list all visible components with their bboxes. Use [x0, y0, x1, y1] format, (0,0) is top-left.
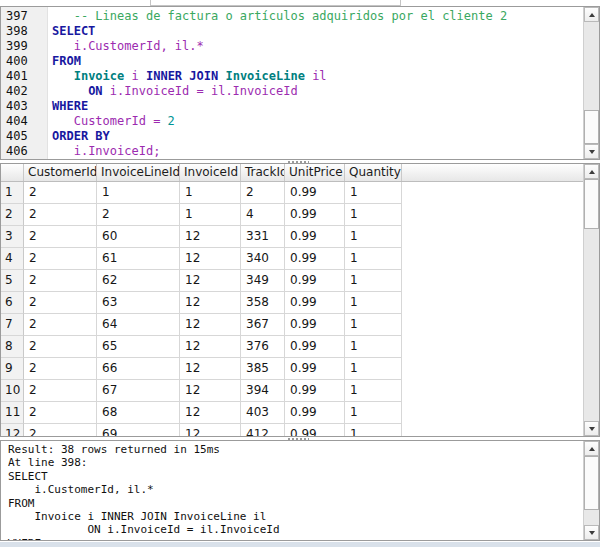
code-line[interactable]: 401 Invoice i INNER JOIN InvoiceLine il — [1, 69, 582, 84]
table-cell[interactable]: 358 — [241, 292, 285, 314]
table-cell[interactable]: 1 — [345, 270, 402, 292]
table-cell[interactable]: 376 — [241, 336, 285, 358]
scroll-up-button[interactable] — [584, 7, 599, 22]
scroll-up-button[interactable] — [584, 164, 599, 179]
table-cell[interactable]: 1 — [345, 358, 402, 380]
table-row[interactable]: 222140.991 — [1, 204, 583, 226]
table-cell[interactable]: 4 — [241, 204, 285, 226]
table-cell[interactable]: 412 — [241, 424, 285, 436]
table-row[interactable]: 121120.991 — [1, 182, 583, 204]
table-cell[interactable]: 2 — [24, 424, 97, 436]
column-header-quantity[interactable]: Quantity — [345, 164, 402, 181]
table-cell[interactable]: 2 — [24, 182, 97, 204]
table-cell[interactable]: 331 — [241, 226, 285, 248]
table-row[interactable]: 9266123850.991 — [1, 358, 583, 380]
table-cell[interactable]: 69 — [97, 424, 180, 436]
table-cell[interactable]: 0.99 — [285, 424, 345, 436]
table-cell[interactable]: 1 — [180, 182, 241, 204]
table-cell[interactable]: 1 — [345, 226, 402, 248]
scroll-down-button[interactable] — [584, 144, 599, 159]
table-cell[interactable]: 1 — [345, 182, 402, 204]
table-cell[interactable]: 0.99 — [285, 380, 345, 402]
table-cell[interactable]: 1 — [345, 424, 402, 436]
table-cell[interactable]: 1 — [97, 182, 180, 204]
table-cell[interactable]: 12 — [180, 358, 241, 380]
table-cell[interactable]: 1 — [345, 402, 402, 424]
table-cell[interactable]: 0.99 — [285, 270, 345, 292]
code-line[interactable]: 397 -- Lineas de factura o artículos adq… — [1, 9, 582, 24]
table-cell[interactable]: 1 — [180, 204, 241, 226]
table-cell[interactable]: 403 — [241, 402, 285, 424]
table-cell[interactable]: 1 — [345, 380, 402, 402]
table-cell[interactable]: 2 — [24, 314, 97, 336]
table-cell[interactable]: 0.99 — [285, 402, 345, 424]
code-line[interactable]: 404 CustomerId = 2 — [1, 114, 582, 129]
table-row[interactable]: 10267123940.991 — [1, 380, 583, 402]
table-cell[interactable]: 64 — [97, 314, 180, 336]
table-cell[interactable]: 0.99 — [285, 314, 345, 336]
table-cell[interactable]: 68 — [97, 402, 180, 424]
table-cell[interactable]: 0.99 — [285, 226, 345, 248]
editor-vscrollbar[interactable] — [583, 7, 599, 159]
table-cell[interactable]: 12 — [180, 380, 241, 402]
table-cell[interactable]: 60 — [97, 226, 180, 248]
table-cell[interactable]: 367 — [241, 314, 285, 336]
code-line[interactable]: 400FROM — [1, 54, 582, 69]
code-line[interactable]: 398SELECT — [1, 24, 582, 39]
scroll-thumb[interactable] — [584, 110, 599, 144]
table-cell[interactable]: 0.99 — [285, 336, 345, 358]
code-line[interactable]: 406 i.InvoiceId; — [1, 144, 582, 159]
table-row[interactable]: 6263123580.991 — [1, 292, 583, 314]
table-cell[interactable]: 2 — [24, 402, 97, 424]
scroll-thumb[interactable] — [584, 456, 599, 510]
table-cell[interactable]: 1 — [345, 292, 402, 314]
table-cell[interactable]: 2 — [24, 380, 97, 402]
table-row[interactable]: 3260123310.991 — [1, 226, 583, 248]
table-cell[interactable]: 2 — [24, 248, 97, 270]
table-row[interactable]: 8265123760.991 — [1, 336, 583, 358]
table-cell[interactable]: 12 — [180, 424, 241, 436]
table-cell[interactable]: 0.99 — [285, 292, 345, 314]
table-cell[interactable]: 66 — [97, 358, 180, 380]
log-vscrollbar[interactable] — [583, 441, 599, 540]
scroll-up-button[interactable] — [584, 441, 599, 456]
table-cell[interactable]: 0.99 — [285, 248, 345, 270]
code-line[interactable]: 405ORDER BY — [1, 129, 582, 144]
table-cell[interactable]: 1 — [345, 248, 402, 270]
table-cell[interactable]: 340 — [241, 248, 285, 270]
table-cell[interactable]: 12 — [180, 292, 241, 314]
table-cell[interactable]: 1 — [345, 314, 402, 336]
table-row[interactable]: 12269124120.991 — [1, 424, 583, 436]
table-cell[interactable]: 2 — [24, 336, 97, 358]
table-cell[interactable]: 1 — [345, 204, 402, 226]
table-cell[interactable]: 61 — [97, 248, 180, 270]
table-vscrollbar[interactable] — [583, 164, 599, 436]
table-cell[interactable]: 63 — [97, 292, 180, 314]
log-output[interactable]: Result: 38 rows returned in 15ms At line… — [2, 443, 582, 540]
table-cell[interactable]: 0.99 — [285, 182, 345, 204]
table-cell[interactable]: 0.99 — [285, 204, 345, 226]
column-header-customerid[interactable]: CustomerId — [24, 164, 97, 181]
table-cell[interactable]: 2 — [97, 204, 180, 226]
code-line[interactable]: 403WHERE — [1, 99, 582, 114]
column-header-unitprice[interactable]: UnitPrice — [285, 164, 345, 181]
scroll-down-button[interactable] — [584, 421, 599, 436]
code-line[interactable]: 402 ON i.InvoiceId = il.InvoiceId — [1, 84, 582, 99]
scroll-down-button[interactable] — [584, 525, 599, 540]
table-row[interactable]: 11268124030.991 — [1, 402, 583, 424]
table-cell[interactable]: 12 — [180, 336, 241, 358]
column-header-invoicelineid[interactable]: InvoiceLineId — [97, 164, 180, 181]
table-cell[interactable]: 12 — [180, 248, 241, 270]
table-cell[interactable]: 12 — [180, 314, 241, 336]
table-cell[interactable]: 12 — [180, 226, 241, 248]
table-cell[interactable]: 2 — [24, 226, 97, 248]
table-cell[interactable]: 0.99 — [285, 358, 345, 380]
table-cell[interactable]: 394 — [241, 380, 285, 402]
table-cell[interactable]: 67 — [97, 380, 180, 402]
table-cell[interactable]: 2 — [241, 182, 285, 204]
table-row[interactable]: 5262123490.991 — [1, 270, 583, 292]
column-header-invoiceid[interactable]: InvoiceId — [180, 164, 241, 181]
table-cell[interactable]: 2 — [24, 204, 97, 226]
table-cell[interactable]: 2 — [24, 292, 97, 314]
table-cell[interactable]: 12 — [180, 402, 241, 424]
